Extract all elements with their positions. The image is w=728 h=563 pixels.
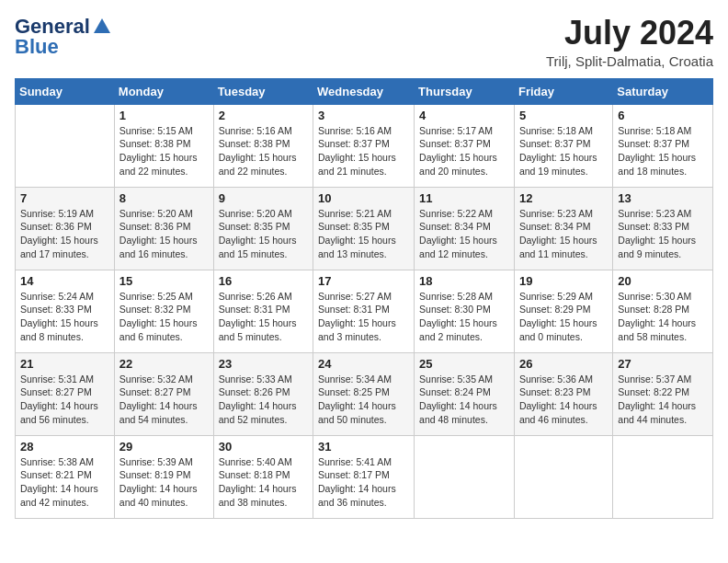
calendar-cell: 1Sunrise: 5:15 AM Sunset: 8:38 PM Daylig… [114,104,213,187]
day-info: Sunrise: 5:16 AM Sunset: 8:38 PM Dayligh… [219,124,308,178]
calendar-cell: 13Sunrise: 5:23 AM Sunset: 8:33 PM Dayli… [613,187,713,270]
day-number: 1 [119,109,209,122]
day-number: 21 [20,357,109,371]
day-info: Sunrise: 5:17 AM Sunset: 8:37 PM Dayligh… [419,124,509,178]
day-info: Sunrise: 5:26 AM Sunset: 8:31 PM Dayligh… [219,290,308,344]
day-number: 12 [519,191,608,205]
calendar-week-row: 7Sunrise: 5:19 AM Sunset: 8:36 PM Daylig… [16,187,713,270]
weekday-header: Saturday [613,78,713,104]
day-number: 31 [318,440,409,454]
day-info: Sunrise: 5:18 AM Sunset: 8:37 PM Dayligh… [519,124,608,178]
svg-marker-0 [94,18,110,33]
calendar-cell [415,435,515,518]
calendar-cell: 14Sunrise: 5:24 AM Sunset: 8:33 PM Dayli… [16,270,115,352]
calendar-cell: 7Sunrise: 5:19 AM Sunset: 8:36 PM Daylig… [16,187,115,270]
calendar-cell: 27Sunrise: 5:37 AM Sunset: 8:22 PM Dayli… [613,352,713,435]
day-number: 19 [519,274,608,288]
day-info: Sunrise: 5:30 AM Sunset: 8:28 PM Dayligh… [618,290,708,344]
calendar-cell [613,435,713,518]
calendar-cell: 24Sunrise: 5:34 AM Sunset: 8:25 PM Dayli… [313,352,415,435]
calendar-cell: 22Sunrise: 5:32 AM Sunset: 8:27 PM Dayli… [114,352,213,435]
day-info: Sunrise: 5:27 AM Sunset: 8:31 PM Dayligh… [318,290,409,344]
day-number: 29 [119,440,209,454]
day-number: 11 [419,191,509,205]
calendar-table: SundayMondayTuesdayWednesdayThursdayFrid… [15,78,713,519]
calendar-cell: 31Sunrise: 5:41 AM Sunset: 8:17 PM Dayli… [313,435,415,518]
calendar-cell: 19Sunrise: 5:29 AM Sunset: 8:29 PM Dayli… [514,270,612,352]
location-title: Trilj, Split-Dalmatia, Croatia [546,53,713,69]
calendar-cell [514,435,612,518]
day-number: 5 [519,109,608,122]
calendar-cell: 2Sunrise: 5:16 AM Sunset: 8:38 PM Daylig… [213,104,313,187]
day-number: 27 [618,357,708,371]
day-info: Sunrise: 5:34 AM Sunset: 8:25 PM Dayligh… [318,373,409,427]
day-info: Sunrise: 5:39 AM Sunset: 8:19 PM Dayligh… [119,455,209,510]
calendar-cell: 3Sunrise: 5:16 AM Sunset: 8:37 PM Daylig… [313,104,415,187]
month-title: July 2024 [546,15,713,52]
calendar-cell: 8Sunrise: 5:20 AM Sunset: 8:36 PM Daylig… [114,187,213,270]
day-info: Sunrise: 5:33 AM Sunset: 8:26 PM Dayligh… [219,373,308,427]
day-info: Sunrise: 5:19 AM Sunset: 8:36 PM Dayligh… [20,207,109,261]
calendar-cell: 4Sunrise: 5:17 AM Sunset: 8:37 PM Daylig… [415,104,515,187]
day-info: Sunrise: 5:22 AM Sunset: 8:34 PM Dayligh… [419,207,509,261]
title-block: July 2024 Trilj, Split-Dalmatia, Croatia [546,15,713,69]
calendar-cell: 9Sunrise: 5:20 AM Sunset: 8:35 PM Daylig… [213,187,313,270]
calendar-cell: 20Sunrise: 5:30 AM Sunset: 8:28 PM Dayli… [613,270,713,352]
day-number: 18 [419,274,509,288]
weekday-header: Friday [514,78,612,104]
page-header: General Blue July 2024 Trilj, Split-Dalm… [15,15,713,69]
day-info: Sunrise: 5:21 AM Sunset: 8:35 PM Dayligh… [318,207,409,261]
logo-blue: Blue [15,35,59,59]
day-number: 26 [519,357,608,371]
day-info: Sunrise: 5:28 AM Sunset: 8:30 PM Dayligh… [419,290,509,344]
weekday-header: Tuesday [213,78,313,104]
calendar-cell: 6Sunrise: 5:18 AM Sunset: 8:37 PM Daylig… [613,104,713,187]
day-info: Sunrise: 5:15 AM Sunset: 8:38 PM Dayligh… [119,124,209,178]
day-number: 28 [20,440,109,454]
calendar-cell: 18Sunrise: 5:28 AM Sunset: 8:30 PM Dayli… [415,270,515,352]
day-info: Sunrise: 5:29 AM Sunset: 8:29 PM Dayligh… [519,290,608,344]
calendar-cell: 29Sunrise: 5:39 AM Sunset: 8:19 PM Dayli… [114,435,213,518]
calendar-cell: 15Sunrise: 5:25 AM Sunset: 8:32 PM Dayli… [114,270,213,352]
logo: General Blue [15,15,112,59]
day-number: 15 [119,274,209,288]
calendar-week-row: 14Sunrise: 5:24 AM Sunset: 8:33 PM Dayli… [16,270,713,352]
calendar-week-row: 21Sunrise: 5:31 AM Sunset: 8:27 PM Dayli… [16,352,713,435]
calendar-week-row: 1Sunrise: 5:15 AM Sunset: 8:38 PM Daylig… [16,104,713,187]
day-number: 24 [318,357,409,371]
day-info: Sunrise: 5:38 AM Sunset: 8:21 PM Dayligh… [20,455,109,510]
calendar-body: 1Sunrise: 5:15 AM Sunset: 8:38 PM Daylig… [16,104,713,518]
day-info: Sunrise: 5:23 AM Sunset: 8:33 PM Dayligh… [618,207,708,261]
day-info: Sunrise: 5:20 AM Sunset: 8:36 PM Dayligh… [119,207,209,261]
calendar-cell: 28Sunrise: 5:38 AM Sunset: 8:21 PM Dayli… [16,435,115,518]
day-info: Sunrise: 5:20 AM Sunset: 8:35 PM Dayligh… [219,207,308,261]
day-info: Sunrise: 5:37 AM Sunset: 8:22 PM Dayligh… [618,373,708,427]
calendar-cell: 12Sunrise: 5:23 AM Sunset: 8:34 PM Dayli… [514,187,612,270]
logo-icon [92,17,112,37]
day-number: 3 [318,109,409,122]
day-number: 13 [618,191,708,205]
calendar-cell: 21Sunrise: 5:31 AM Sunset: 8:27 PM Dayli… [16,352,115,435]
day-info: Sunrise: 5:31 AM Sunset: 8:27 PM Dayligh… [20,373,109,427]
calendar-cell [16,104,115,187]
day-number: 8 [119,191,209,205]
weekday-header: Wednesday [313,78,415,104]
calendar-cell: 16Sunrise: 5:26 AM Sunset: 8:31 PM Dayli… [213,270,313,352]
day-info: Sunrise: 5:23 AM Sunset: 8:34 PM Dayligh… [519,207,608,261]
day-number: 22 [119,357,209,371]
day-info: Sunrise: 5:32 AM Sunset: 8:27 PM Dayligh… [119,373,209,427]
day-info: Sunrise: 5:36 AM Sunset: 8:23 PM Dayligh… [519,373,608,427]
calendar-cell: 25Sunrise: 5:35 AM Sunset: 8:24 PM Dayli… [415,352,515,435]
calendar-header-row: SundayMondayTuesdayWednesdayThursdayFrid… [16,78,713,104]
day-info: Sunrise: 5:41 AM Sunset: 8:17 PM Dayligh… [318,455,409,510]
calendar-week-row: 28Sunrise: 5:38 AM Sunset: 8:21 PM Dayli… [16,435,713,518]
day-number: 7 [20,191,109,205]
weekday-header: Monday [114,78,213,104]
day-info: Sunrise: 5:35 AM Sunset: 8:24 PM Dayligh… [419,373,509,427]
day-number: 25 [419,357,509,371]
day-number: 14 [20,274,109,288]
calendar-cell: 10Sunrise: 5:21 AM Sunset: 8:35 PM Dayli… [313,187,415,270]
calendar-cell: 30Sunrise: 5:40 AM Sunset: 8:18 PM Dayli… [213,435,313,518]
day-number: 9 [219,191,308,205]
day-number: 23 [219,357,308,371]
